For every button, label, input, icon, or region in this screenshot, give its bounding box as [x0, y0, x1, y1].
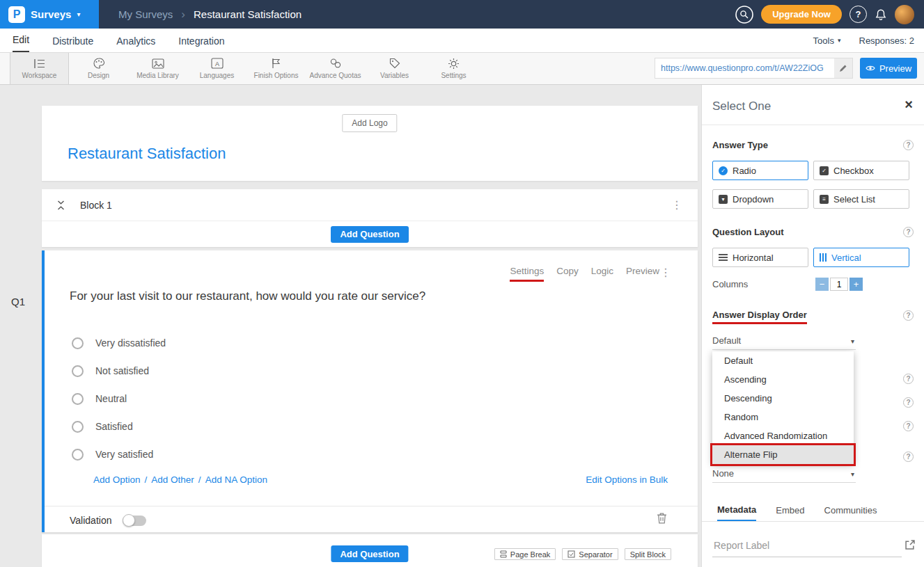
- tab-integration[interactable]: Integration: [178, 29, 224, 52]
- questionpro-logo: P: [8, 6, 25, 23]
- answer-type-label: Answer Type: [712, 140, 768, 150]
- toolbar-label: Variables: [380, 72, 409, 79]
- answer-type-help-icon[interactable]: ?: [903, 140, 914, 150]
- toolbar-workspace[interactable]: Workspace: [10, 52, 69, 84]
- tab-analytics[interactable]: Analytics: [116, 29, 155, 52]
- option-label[interactable]: Neutral: [95, 393, 127, 404]
- panel-tab-metadata[interactable]: Metadata: [717, 500, 756, 521]
- surveys-product-menu[interactable]: P Surveys ▾: [0, 0, 99, 29]
- report-label-input[interactable]: [712, 534, 902, 557]
- question-tab-settings[interactable]: Settings: [510, 266, 544, 282]
- split-block-button[interactable]: Split Block: [625, 548, 671, 560]
- menu-item-ascending[interactable]: Ascending: [712, 370, 854, 389]
- panel-tab-communities[interactable]: Communities: [824, 500, 877, 521]
- external-link-icon[interactable]: [905, 540, 915, 550]
- page-break-button[interactable]: Page Break: [494, 548, 556, 560]
- question-menu-kebab-icon[interactable]: ⋮: [660, 266, 671, 279]
- setting-help-icon[interactable]: ?: [903, 397, 914, 408]
- answer-display-order-help-icon[interactable]: ?: [903, 310, 914, 321]
- responses-count[interactable]: Responses: 2: [859, 35, 915, 46]
- question-footer-divider: [45, 506, 698, 506]
- answer-type-dropdown-button[interactable]: ▾ Dropdown: [712, 189, 808, 209]
- menu-item-default[interactable]: Default: [712, 351, 854, 370]
- toolbar-finish-options[interactable]: Finish Options: [246, 52, 306, 84]
- toolbar-media-library[interactable]: Media Library: [128, 52, 187, 84]
- answer-display-order-select[interactable]: Default ▾: [712, 335, 856, 350]
- upgrade-now-button[interactable]: Upgrade Now: [761, 5, 842, 24]
- preview-label: Preview: [879, 63, 911, 74]
- tab-edit[interactable]: Edit: [13, 29, 29, 52]
- toolbar-variables[interactable]: Variables: [365, 52, 424, 84]
- survey-title[interactable]: Restaurant Satisfaction: [68, 145, 226, 163]
- question-tab-logic[interactable]: Logic: [591, 266, 613, 276]
- option-label[interactable]: Satisfied: [95, 421, 133, 432]
- menu-item-descending[interactable]: Descending: [712, 389, 854, 408]
- radio-circle[interactable]: [72, 421, 84, 433]
- close-panel-icon[interactable]: ×: [905, 97, 913, 111]
- toolbar-settings[interactable]: Settings: [424, 52, 483, 84]
- menu-item-advanced-randomization[interactable]: Advanced Randomization: [712, 426, 854, 445]
- add-question-button-top[interactable]: Add Question: [331, 226, 408, 243]
- toolbar-languages[interactable]: A Languages: [187, 52, 246, 84]
- answer-type-label-text: Dropdown: [733, 194, 774, 205]
- toolbar-label: Languages: [200, 72, 235, 79]
- question-tab-copy[interactable]: Copy: [556, 266, 579, 276]
- none-select[interactable]: None ▾: [712, 468, 856, 483]
- option-label[interactable]: Not satisfied: [95, 365, 149, 376]
- tab-distribute[interactable]: Distribute: [52, 29, 93, 52]
- user-avatar[interactable]: [895, 5, 914, 24]
- dropdown-icon: ▾: [719, 195, 728, 204]
- separator-button[interactable]: Separator: [562, 548, 618, 560]
- notifications-bell-icon[interactable]: [875, 8, 887, 21]
- menu-item-alternate-flip[interactable]: Alternate Flip: [712, 445, 854, 464]
- design-palette-icon: [93, 58, 105, 70]
- panel-tab-embed[interactable]: Embed: [776, 500, 804, 521]
- columns-increment-button[interactable]: +: [849, 278, 863, 291]
- block-menu-kebab-icon[interactable]: ⋮: [671, 200, 682, 211]
- toolbar-design[interactable]: Design: [69, 52, 128, 84]
- option-label[interactable]: Very satisfied: [95, 449, 153, 460]
- search-icon[interactable]: [735, 6, 753, 24]
- validation-row: Validation: [70, 515, 146, 526]
- add-na-option-link[interactable]: Add NA Option: [205, 474, 267, 485]
- answer-type-radio-button[interactable]: ✓ Radio: [712, 161, 808, 180]
- block-name[interactable]: Block 1: [80, 200, 112, 211]
- breadcrumb-my-surveys[interactable]: My Surveys: [118, 8, 173, 20]
- answer-type-checkbox-button[interactable]: ✓ Checkbox: [813, 161, 909, 180]
- radio-circle[interactable]: [72, 365, 84, 377]
- question-layout-help-icon[interactable]: ?: [903, 227, 914, 237]
- add-logo-button[interactable]: Add Logo: [342, 114, 397, 132]
- add-other-link[interactable]: Add Other: [151, 474, 194, 485]
- radio-circle[interactable]: [72, 337, 84, 349]
- preview-button[interactable]: Preview: [860, 58, 917, 79]
- layout-vertical-button[interactable]: Vertical: [813, 248, 909, 267]
- menu-item-random[interactable]: Random: [712, 408, 854, 426]
- question-tab-preview[interactable]: Preview: [626, 266, 659, 276]
- add-option-link[interactable]: Add Option: [93, 474, 141, 485]
- radio-circle[interactable]: [72, 449, 84, 461]
- help-icon[interactable]: ?: [849, 6, 867, 23]
- columns-value-input[interactable]: [830, 278, 848, 291]
- answer-type-select-list-button[interactable]: ≡ Select List: [813, 189, 909, 209]
- edit-url-pencil-icon[interactable]: [834, 58, 852, 78]
- tools-menu[interactable]: Tools ▾: [813, 35, 841, 46]
- delete-question-trash-icon[interactable]: [657, 512, 667, 524]
- setting-help-icon[interactable]: ?: [903, 374, 914, 384]
- add-question-button-bottom[interactable]: Add Question: [331, 545, 408, 562]
- option-label[interactable]: Very dissatisfied: [95, 337, 166, 349]
- columns-decrement-button[interactable]: −: [815, 278, 829, 291]
- layout-horizontal-button[interactable]: Horizontal: [712, 248, 808, 267]
- setting-help-icon[interactable]: ?: [903, 452, 914, 462]
- validation-toggle[interactable]: [123, 516, 146, 526]
- toolbar-advance-quotas[interactable]: Advance Quotas: [306, 52, 365, 84]
- edit-options-in-bulk-link[interactable]: Edit Options in Bulk: [586, 474, 668, 485]
- question-text[interactable]: For your last visit to our restaurant, h…: [70, 289, 425, 303]
- setting-help-icon[interactable]: ?: [903, 421, 914, 431]
- svg-text:A: A: [214, 61, 219, 67]
- collapse-block-icon[interactable]: [57, 200, 65, 210]
- radio-selected-icon: ✓: [719, 166, 728, 175]
- radio-circle[interactable]: [72, 393, 84, 405]
- validation-label: Validation: [70, 515, 111, 526]
- toolbar-label: Settings: [441, 72, 466, 79]
- survey-url-input[interactable]: [655, 63, 834, 73]
